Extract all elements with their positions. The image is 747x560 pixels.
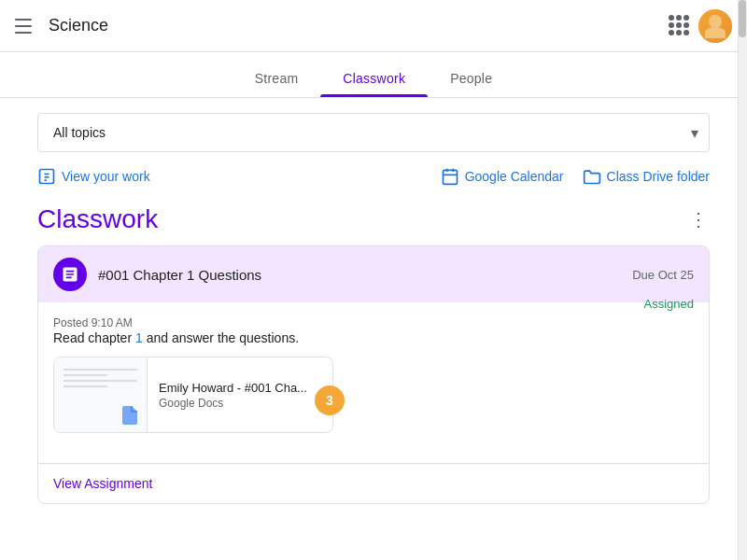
header-left: Science <box>15 15 108 37</box>
assignment-card: #001 Chapter 1 Questions Due Oct 25 Post… <box>37 245 710 504</box>
folder-icon <box>583 167 601 186</box>
assignment-description: Read chapter 1 and answer the questions. <box>53 330 694 345</box>
more-options-icon[interactable]: ⋮ <box>687 208 710 231</box>
view-your-work-label: View your work <box>62 169 150 184</box>
header-right <box>669 9 732 43</box>
tab-classwork[interactable]: Classwork <box>320 60 428 97</box>
google-calendar-label: Google Calendar <box>465 169 564 184</box>
doc-type: Google Docs <box>159 397 307 410</box>
tabs-bar: Stream Classwork People <box>0 52 747 98</box>
view-assignment-link[interactable]: View Assignment <box>53 476 152 491</box>
scrollbar-thumb[interactable] <box>739 0 746 37</box>
topic-filter: All topics ▾ <box>37 113 710 152</box>
assignment-header[interactable]: #001 Chapter 1 Questions Due Oct 25 <box>38 246 709 302</box>
action-right: Google Calendar Class Drive folder <box>441 167 710 186</box>
doc-name: Emily Howard - #001 Cha... <box>159 381 307 395</box>
avatar[interactable] <box>698 9 732 43</box>
view-your-work-link[interactable]: View your work <box>37 167 150 186</box>
posted-info-row: Posted 9:10 AM Assigned <box>53 314 694 330</box>
calendar-icon <box>441 167 459 186</box>
google-calendar-link[interactable]: Google Calendar <box>441 167 564 186</box>
hamburger-icon[interactable] <box>15 15 37 37</box>
tab-stream[interactable]: Stream <box>233 60 321 97</box>
tab-people[interactable]: People <box>428 60 514 97</box>
assignment-title: #001 Chapter 1 Questions <box>98 267 261 283</box>
apps-icon[interactable] <box>669 15 691 37</box>
chapter-link[interactable]: 1 <box>135 330 143 345</box>
class-drive-folder-link[interactable]: Class Drive folder <box>583 167 710 186</box>
doc-info: Emily Howard - #001 Cha... Google Docs <box>148 357 318 432</box>
topics-dropdown[interactable]: All topics <box>37 113 710 152</box>
posted-time: Posted 9:10 AM <box>53 316 133 329</box>
view-assignment-section: View Assignment <box>38 463 709 503</box>
class-drive-folder-label: Class Drive folder <box>607 169 710 184</box>
svg-rect-4 <box>443 170 457 184</box>
attachment-wrapper: Emily Howard - #001 Cha... Google Docs 3 <box>53 357 333 444</box>
assignment-title-area: #001 Chapter 1 Questions <box>53 258 261 291</box>
attachment-badge: 3 <box>315 385 345 415</box>
docs-corner-icon <box>119 404 141 427</box>
assignment-body: Posted 9:10 AM Assigned Read chapter 1 a… <box>38 302 709 463</box>
action-bar: View your work Google Calendar <box>37 167 710 186</box>
main-content: All topics ▾ View your work <box>0 98 747 560</box>
section-title: Classwork <box>37 204 158 234</box>
due-date: Due Oct 25 <box>632 268 694 282</box>
assigned-status: Assigned <box>644 297 694 311</box>
section-header: Classwork ⋮ <box>37 204 710 234</box>
action-left: View your work <box>37 167 150 186</box>
view-work-icon <box>37 167 56 186</box>
assignment-type-icon <box>53 258 87 291</box>
doc-preview-lines <box>63 369 137 391</box>
header: Science <box>0 0 747 52</box>
doc-preview <box>54 357 148 432</box>
scrollbar-track <box>738 0 747 560</box>
doc-attachment[interactable]: Emily Howard - #001 Cha... Google Docs <box>53 357 333 433</box>
app-title: Science <box>49 16 108 35</box>
